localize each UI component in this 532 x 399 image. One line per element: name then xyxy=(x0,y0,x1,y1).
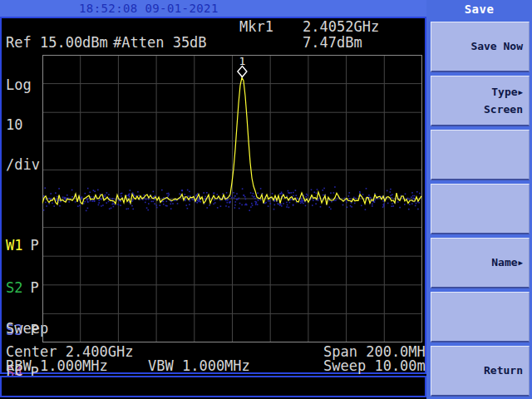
scale-value: 10 xyxy=(6,118,40,131)
vbw: VBW 1.000MHz xyxy=(148,359,250,373)
softkey-label: Return xyxy=(484,365,523,377)
display-area: Mkr1 2.4052GHz Ref 15.00dBm #Atten 35dB … xyxy=(0,17,426,374)
softkey-return[interactable]: Return xyxy=(431,346,530,397)
rbw: RBW 1.000MHz xyxy=(6,359,108,373)
softkey-menu: Save Save Now Type▶ Screen Name▶ Return xyxy=(426,0,532,399)
softkey-blank-3[interactable] xyxy=(431,292,530,342)
scale-log: Log xyxy=(6,78,40,91)
marker-label: Mkr1 xyxy=(239,20,273,34)
graticule-and-spectrum-trace: 1 xyxy=(42,55,422,342)
softkey-label: Name xyxy=(491,257,517,268)
softkey-type[interactable]: Type▶ Screen xyxy=(431,76,530,126)
trace-mode: P xyxy=(30,237,38,254)
menu-title: Save xyxy=(426,2,532,16)
marker-amplitude: 7.47dBm xyxy=(303,36,362,50)
trace-label-w1: W1P xyxy=(6,239,40,253)
svg-text:1: 1 xyxy=(239,55,245,67)
softkey-blank-2[interactable] xyxy=(431,184,530,234)
datetime-display: 18:52:08 09-01-2021 xyxy=(79,2,219,15)
softkey-label: Save Now xyxy=(470,41,523,52)
submenu-arrow-icon: ▶ xyxy=(519,257,523,268)
submenu-arrow-icon: ▶ xyxy=(519,86,523,98)
amplitude-scale: Log 10 /div xyxy=(6,52,40,198)
trace-name: W1 xyxy=(6,237,22,254)
softkey-save-now[interactable]: Save Now xyxy=(431,22,530,72)
attenuation: #Atten 35dB xyxy=(113,36,207,50)
softkey-name[interactable]: Name▶ xyxy=(431,238,530,288)
ref-level: Ref 15.00dBm xyxy=(6,36,108,50)
softkey-value: Screen xyxy=(484,104,523,116)
scale-div: /div xyxy=(6,158,40,171)
status-bar xyxy=(0,376,426,397)
softkey-blank-1[interactable] xyxy=(431,130,530,180)
sweep-time: Sweep 10.00ms xyxy=(323,359,434,373)
marker-frequency: 2.4052GHz xyxy=(303,20,379,34)
softkey-buttons: Save Now Type▶ Screen Name▶ Return xyxy=(431,22,530,397)
softkey-label: Type xyxy=(491,86,517,98)
